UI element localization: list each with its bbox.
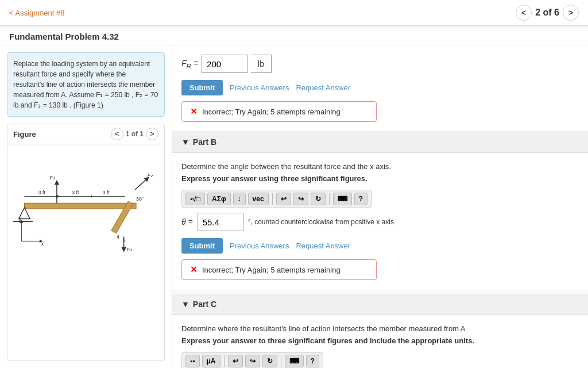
part-c-header[interactable]: ▼ Part C	[172, 294, 588, 315]
pagination-text: 2 of 6	[535, 7, 559, 18]
part-b-label: Part B	[193, 137, 216, 147]
toolbar-matrix-btn[interactable]: ▪√□	[185, 193, 205, 205]
part-b-submit-button[interactable]: Submit	[181, 238, 223, 254]
svg-text:F₁: F₁	[49, 174, 55, 181]
prev-page-button[interactable]: <	[516, 5, 532, 21]
svg-rect-0	[24, 203, 136, 209]
problem-title: Fundamental Problem 4.32	[0, 28, 588, 45]
figure-page: 1 of 1	[126, 130, 144, 138]
svg-line-15	[135, 178, 147, 189]
part-b-header[interactable]: ▼ Part B	[172, 132, 588, 153]
figure-canvas: 3 ft 3 ft 3 ft 30° F₁ F₂	[7, 144, 164, 271]
figure-label: Figure	[13, 130, 36, 139]
part-a-prev-answers-link[interactable]: Previous Answers	[230, 83, 289, 92]
toolbar-help-btn[interactable]: ?	[354, 193, 368, 205]
part-c-toolbar-mu-btn[interactable]: μΑ	[202, 355, 220, 367]
toolbar-sep2	[329, 193, 330, 205]
svg-text:5: 5	[123, 237, 126, 243]
part-b-question-bold: Express your answer using three signific…	[181, 174, 579, 183]
part-c-label: Part C	[193, 300, 216, 309]
theta-suffix: °, counted counterclockwise from positiv…	[248, 218, 394, 226]
part-c-question: Determine where the resultant's line of …	[181, 324, 579, 333]
svg-text:3 ft: 3 ft	[38, 190, 46, 195]
part-c-question-bold: Express your answer to three significant…	[181, 336, 579, 345]
part-b-request-answer-link[interactable]: Request Answer	[296, 241, 350, 250]
part-b-collapse-icon: ▼	[181, 137, 189, 147]
svg-text:x: x	[41, 241, 44, 247]
part-a-submit-button[interactable]: Submit	[181, 80, 223, 95]
problem-description: Replace the loading system by an equival…	[7, 52, 165, 117]
part-b-prev-answers-link[interactable]: Previous Answers	[230, 241, 289, 250]
part-b-incorrect-message: Incorrect; Try Again; 5 attempts remaini…	[202, 266, 341, 274]
part-c-sep2	[281, 355, 281, 367]
part-c-toolbar-refresh-btn[interactable]: ↻	[262, 355, 277, 367]
part-c-toolbar-undo-btn[interactable]: ↩	[228, 355, 243, 367]
svg-text:F₂: F₂	[148, 172, 154, 178]
part-c-sep	[224, 355, 225, 367]
theta-label: θ =	[181, 217, 193, 227]
fr-input[interactable]	[202, 55, 247, 73]
part-c-toolbar: ▪▪ μΑ ↩ ↪ ↻ ⌨ ?	[181, 352, 323, 368]
toolbar-redo-btn[interactable]: ↪	[293, 193, 308, 205]
svg-text:4: 4	[117, 234, 119, 240]
part-b-incorrect-box: ✕ Incorrect; Try Again; 5 attempts remai…	[181, 259, 377, 280]
toolbar-keyboard-btn[interactable]: ⌨	[333, 193, 352, 205]
theta-input[interactable]	[198, 213, 243, 231]
content-area: FR = lb Submit Previous Answers Request …	[172, 45, 588, 368]
back-link[interactable]: < Assignment #8	[9, 9, 64, 17]
svg-text:F₃: F₃	[127, 246, 133, 252]
next-page-button[interactable]: >	[563, 5, 579, 21]
part-c-toolbar-redo-btn[interactable]: ↪	[245, 355, 260, 367]
toolbar-sep	[272, 193, 273, 205]
toolbar-refresh-btn[interactable]: ↻	[311, 193, 326, 205]
part-b-incorrect-icon: ✕	[190, 264, 198, 275]
svg-text:A: A	[19, 218, 23, 224]
part-c-section: ▼ Part C Determine where the resultant's…	[172, 294, 588, 368]
fr-unit: lb	[251, 55, 272, 73]
part-a-incorrect-icon: ✕	[190, 106, 198, 117]
toolbar-updown-btn[interactable]: ↕	[233, 193, 246, 205]
fr-label: FR =	[181, 59, 198, 70]
part-b-question: Determine the angle between the resultan…	[181, 162, 579, 171]
figure-prev-button[interactable]: <	[111, 128, 123, 140]
part-c-toolbar-matrix-btn[interactable]: ▪▪	[185, 355, 200, 367]
toolbar-vec-btn[interactable]: vec	[248, 193, 269, 205]
part-a-request-answer-link[interactable]: Request Answer	[296, 83, 350, 92]
part-b-section: ▼ Part B Determine the angle between the…	[172, 132, 588, 289]
toolbar-undo-btn[interactable]: ↩	[276, 193, 291, 205]
svg-text:3 ft: 3 ft	[103, 190, 110, 195]
toolbar-sigma-btn[interactable]: ΑΣφ	[207, 193, 230, 205]
figure-next-button[interactable]: >	[146, 128, 158, 140]
part-c-toolbar-keyboard-btn[interactable]: ⌨	[285, 355, 304, 367]
part-c-collapse-icon: ▼	[181, 300, 189, 309]
part-c-toolbar-help-btn[interactable]: ?	[306, 355, 319, 367]
part-a-incorrect-message: Incorrect; Try Again; 5 attempts remaini…	[202, 108, 341, 116]
svg-text:3 ft: 3 ft	[72, 190, 79, 195]
svg-text:30°: 30°	[136, 196, 144, 202]
part-b-toolbar: ▪√□ ΑΣφ ↕ vec ↩ ↪ ↻ ⌨ ?	[181, 190, 372, 208]
part-a-incorrect-box: ✕ Incorrect; Try Again; 5 attempts remai…	[181, 101, 377, 122]
